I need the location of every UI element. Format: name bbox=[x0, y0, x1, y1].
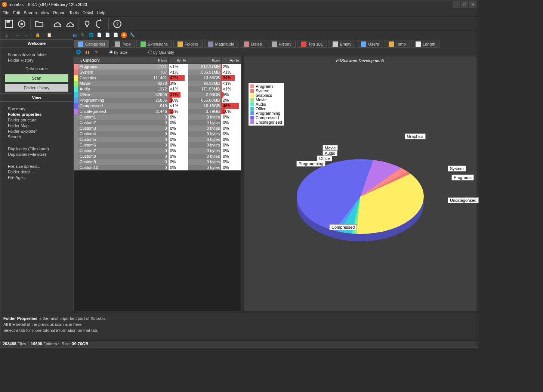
legend-item: Compressed bbox=[250, 115, 282, 120]
close-button[interactable]: ✕ bbox=[469, 1, 476, 8]
clipboard-icon[interactable]: 📋 bbox=[46, 32, 52, 38]
nav-folder-properties[interactable]: Folder properties bbox=[8, 112, 68, 117]
col-header[interactable]: Size bbox=[188, 57, 221, 64]
menu-tools[interactable]: Tools bbox=[69, 10, 79, 15]
tab-dates[interactable]: Dates bbox=[240, 40, 266, 48]
col-header[interactable]: Files bbox=[148, 57, 169, 64]
menu-report[interactable]: Report bbox=[53, 10, 65, 15]
folder-history-link[interactable]: Folder History bbox=[8, 58, 68, 62]
table-row[interactable]: Custom100%0 bytes0% bbox=[74, 114, 241, 120]
welcome-header: Welcome bbox=[0, 39, 73, 47]
save-icon[interactable] bbox=[3, 18, 15, 30]
table-row[interactable]: Movie82783%96.32MB<1% bbox=[74, 81, 241, 86]
menu-edit[interactable]: Edit bbox=[13, 10, 20, 15]
legend-item: Graphics bbox=[250, 93, 282, 98]
wrench-icon[interactable]: 🔧 bbox=[129, 32, 135, 38]
edit-icon[interactable]: ✎ bbox=[93, 49, 99, 55]
table-row[interactable]: System707<1%336.51MB<1% bbox=[74, 70, 241, 75]
sheet-icon[interactable]: 📄 bbox=[105, 32, 111, 38]
tab-folders[interactable]: Folders bbox=[173, 40, 203, 48]
table-row[interactable]: Custom400%0 bytes0% bbox=[74, 131, 241, 137]
table-row[interactable]: Custom1000%0 bytes0% bbox=[74, 165, 241, 170]
refresh-icon[interactable] bbox=[94, 18, 105, 30]
maximize-button[interactable]: □ bbox=[461, 1, 468, 8]
table-row[interactable]: Programming2583510%655.00MB2% bbox=[74, 98, 241, 103]
menu-search[interactable]: Search bbox=[24, 10, 37, 15]
page-icon[interactable]: 📄 bbox=[96, 32, 102, 38]
menu-view[interactable]: View bbox=[41, 10, 50, 15]
tab-icon bbox=[78, 41, 83, 47]
table-row[interactable]: Custom300%0 bytes0% bbox=[74, 126, 241, 131]
nav-file-size-spread[interactable]: File size spread... bbox=[8, 164, 68, 169]
legend-item: Programming bbox=[250, 111, 282, 115]
table-row[interactable]: Audio1172<1%171.53MB<1% bbox=[74, 86, 241, 92]
cloud-sync-icon[interactable] bbox=[64, 18, 75, 30]
tab-type[interactable]: Type bbox=[111, 40, 135, 48]
table-row[interactable]: Uncategorised3144612%3.79GB10% bbox=[74, 109, 241, 114]
table-row[interactable]: Compressed619<1%18.16GB46% bbox=[74, 103, 241, 109]
home-icon[interactable]: ⌂ bbox=[3, 32, 9, 38]
help-icon[interactable]: ? bbox=[112, 18, 123, 30]
tab-label: Length bbox=[423, 42, 435, 46]
table-row[interactable]: Custom500%0 bytes0% bbox=[74, 137, 241, 142]
table-row[interactable]: Custom200%0 bytes0% bbox=[74, 120, 241, 126]
reload-icon[interactable]: ↻ bbox=[80, 32, 86, 38]
nav-folder-map[interactable]: Folder Map bbox=[8, 123, 68, 128]
nav-duplicates-name[interactable]: Duplicates (File name) bbox=[8, 146, 68, 151]
tab-empty[interactable]: Empty bbox=[328, 40, 355, 48]
tab-temp[interactable]: Temp bbox=[385, 40, 410, 48]
lock-icon[interactable]: 🔒 bbox=[35, 32, 41, 38]
nav-file-age[interactable]: File Age... bbox=[8, 175, 68, 180]
cloud-icon[interactable] bbox=[51, 18, 62, 30]
col-header[interactable] bbox=[74, 57, 78, 64]
tab-label: Type bbox=[122, 42, 131, 46]
menu-help[interactable]: Help bbox=[97, 10, 105, 15]
folder-open-icon[interactable] bbox=[34, 18, 45, 30]
folder-history-button[interactable]: Folder History bbox=[5, 84, 68, 92]
table-row[interactable]: Custom600%0 bytes0% bbox=[74, 142, 241, 148]
table-row[interactable]: Custom900%0 bytes0% bbox=[74, 159, 241, 165]
table-row[interactable]: Programs1121<1%917.17MB2% bbox=[74, 64, 241, 70]
back-icon[interactable]: ← bbox=[15, 32, 21, 38]
tab-icon bbox=[333, 41, 338, 47]
globe-small-icon[interactable]: 🌐 bbox=[75, 49, 81, 55]
main-toolbar: ? bbox=[0, 17, 478, 31]
nav-folder-exploder[interactable]: Folder Exploder bbox=[8, 129, 68, 133]
doc-icon[interactable]: ▤ bbox=[72, 32, 78, 38]
bulb-icon[interactable] bbox=[81, 18, 93, 30]
scan-drive-link[interactable]: Scan a drive or folder bbox=[8, 52, 68, 57]
menu-detail[interactable]: Detail bbox=[83, 10, 93, 15]
x-icon[interactable]: ✕ bbox=[121, 32, 127, 38]
nav-folder-structure[interactable]: Folder structure bbox=[8, 118, 68, 122]
minimize-button[interactable]: — bbox=[453, 1, 460, 8]
by-quantity-radio[interactable]: by Quantity bbox=[148, 50, 174, 55]
nav-summary[interactable]: Summary bbox=[8, 107, 68, 111]
tab-length[interactable]: Length bbox=[411, 40, 439, 48]
col-header[interactable]: As % bbox=[221, 57, 241, 64]
by-size-radio[interactable]: by Size bbox=[109, 50, 127, 55]
nav-search[interactable]: Search bbox=[8, 135, 68, 139]
table-row[interactable]: Office8290931%2.03GB5% bbox=[74, 92, 241, 98]
gear-icon[interactable] bbox=[16, 18, 27, 30]
nav-folder-detail[interactable]: Folder detail... bbox=[8, 170, 68, 174]
tab-icon bbox=[141, 41, 146, 47]
scan-button[interactable]: Scan bbox=[5, 74, 68, 82]
forward-icon[interactable]: → bbox=[23, 32, 29, 38]
tab-top-101[interactable]: Top 101 bbox=[297, 40, 327, 48]
tab-history[interactable]: History bbox=[268, 40, 296, 48]
table-row[interactable]: Graphics11140142%13.65GB34% bbox=[74, 75, 241, 81]
tab-users[interactable]: Users bbox=[357, 40, 383, 48]
table-row[interactable]: Custom800%0 bytes0% bbox=[74, 154, 241, 159]
nav-duplicates-size[interactable]: Duplicates (File size) bbox=[8, 152, 68, 157]
table-row[interactable]: Custom700%0 bytes0% bbox=[74, 148, 241, 154]
tab-categories[interactable]: Categories bbox=[74, 40, 109, 48]
col-header[interactable]: ⌄Category bbox=[78, 57, 148, 64]
tab-extensions[interactable]: Extensions bbox=[136, 40, 172, 48]
export-icon[interactable]: 📄 bbox=[113, 32, 119, 38]
bars-icon[interactable]: ▮▮ bbox=[84, 49, 90, 55]
menu-file[interactable]: File bbox=[3, 10, 9, 15]
tab-magnitude[interactable]: Magnitude bbox=[204, 40, 238, 48]
col-header[interactable]: As % bbox=[169, 57, 188, 64]
tabbar: CategoriesTypeExtensionsFoldersMagnitude… bbox=[73, 39, 478, 48]
globe-icon[interactable]: 🌐 bbox=[88, 32, 94, 38]
